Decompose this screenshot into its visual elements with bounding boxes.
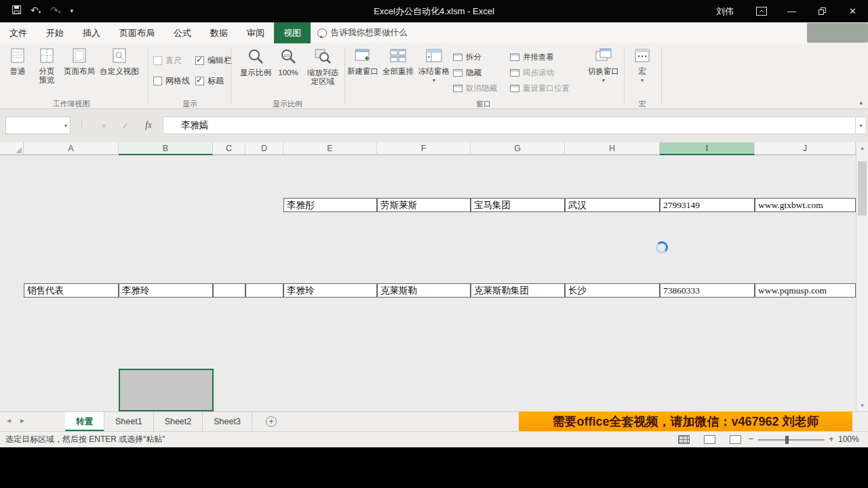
sheet-tab-Sheet3[interactable]: Sheet3 <box>203 412 252 431</box>
macros-button[interactable]: 宏 ▾ <box>628 47 656 98</box>
cell-E2077[interactable]: 李雅彤 <box>283 198 377 212</box>
cell-F2077[interactable]: 劳斯莱斯 <box>377 198 471 212</box>
zoom-level[interactable]: 100% <box>838 432 859 447</box>
cell-J2077[interactable]: www.gtxbwt.com <box>755 198 856 212</box>
zoom-in-icon[interactable]: + <box>829 434 834 444</box>
cell-G2083[interactable]: 克莱斯勒集团 <box>471 283 565 298</box>
ribbon-tab-页面布局[interactable]: 页面布局 <box>110 22 164 43</box>
ribbon-display-options-icon[interactable] <box>746 0 776 22</box>
cell-H2077[interactable]: 武汉 <box>565 198 660 212</box>
cell-H2083[interactable]: 长沙 <box>565 283 660 298</box>
button-label: 自定义视图 <box>100 67 139 76</box>
zoom-slider-thumb[interactable] <box>785 436 789 444</box>
tell-me-box[interactable]: 告诉我你想要做什么 <box>317 22 408 43</box>
column-header-I[interactable]: I <box>660 142 755 155</box>
normal-view-toggle-icon[interactable] <box>678 435 690 444</box>
new-window-button[interactable]: 新建窗口 <box>347 47 378 98</box>
scroll-up-icon[interactable]: ▲ <box>856 142 868 153</box>
formula-bar-handle[interactable]: ⋮ <box>77 119 86 129</box>
column-header-A[interactable]: A <box>24 142 119 155</box>
scroll-down-icon[interactable]: ▼ <box>856 400 868 411</box>
cell-F2083[interactable]: 克莱斯勒 <box>377 283 471 298</box>
gridlines-checkbox[interactable]: 网格线 <box>153 75 190 87</box>
maximize-restore-button[interactable] <box>807 0 837 22</box>
cell-G2077[interactable]: 宝马集团 <box>471 198 565 212</box>
sheet-tab-Sheet1[interactable]: Sheet1 <box>104 412 154 431</box>
ribbon-tab-公式[interactable]: 公式 <box>164 22 201 43</box>
new-sheet-button[interactable]: + <box>266 416 277 427</box>
formula-bar-checkbox[interactable]: 编辑栏 <box>195 55 232 66</box>
sheet-nav-right-icon[interactable]: ► <box>19 417 26 424</box>
cell-E2083[interactable]: 李雅玲 <box>283 283 377 298</box>
column-header-E[interactable]: E <box>283 142 377 155</box>
page-layout-button[interactable]: 页面布局 <box>62 47 96 98</box>
collapse-ribbon-icon[interactable]: ▴ <box>859 99 863 106</box>
user-name[interactable]: 刘伟 <box>704 5 746 18</box>
column-header-H[interactable]: H <box>565 142 660 155</box>
checkbox-icon <box>153 77 162 85</box>
cancel-entry-icon[interactable]: × <box>94 117 114 134</box>
confirm-entry-icon[interactable]: ✓ <box>115 117 136 134</box>
sheet-tab-Sheet2[interactable]: Sheet2 <box>154 412 203 431</box>
page-break-toggle-icon[interactable] <box>730 435 741 444</box>
column-header-B[interactable]: B <box>119 142 213 155</box>
insert-function-icon[interactable]: fx <box>138 117 159 134</box>
view-side-by-side-button[interactable]: 并排查看 <box>510 50 554 64</box>
ribbon-tab-数据[interactable]: 数据 <box>201 22 237 43</box>
scrollbar-thumb[interactable] <box>858 161 867 216</box>
hide-button[interactable]: 隐藏 <box>453 66 481 79</box>
arrange-all-button[interactable]: 全部重排 <box>381 47 415 98</box>
cell-B2083[interactable]: 李雅玲 <box>119 283 213 298</box>
cell-I2083[interactable]: 73860333 <box>660 283 755 298</box>
cell-A2083[interactable]: 销售代表 <box>24 283 119 298</box>
cell-D2083[interactable] <box>245 283 283 298</box>
column-header-F[interactable]: F <box>377 142 471 155</box>
cell-C2083[interactable] <box>213 283 245 298</box>
synchronous-scrolling-button[interactable]: 同步滚动 <box>510 66 554 79</box>
close-button[interactable]: ✕ <box>837 0 868 22</box>
custom-views-button[interactable]: 自定义视图 <box>98 47 141 98</box>
cell-I2077[interactable]: 27993149 <box>660 198 755 212</box>
sheet-tabs: 转置Sheet1Sheet2Sheet3 <box>65 412 252 431</box>
reset-window-position-button[interactable]: 重设窗口位置 <box>510 81 570 95</box>
name-box-dropdown-icon[interactable]: ▾ <box>64 123 67 129</box>
page-layout-toggle-icon[interactable] <box>704 435 715 444</box>
sheet-tab-转置[interactable]: 转置 <box>65 412 104 431</box>
unhide-button[interactable]: 取消隐藏 <box>453 81 497 95</box>
minimize-button[interactable]: — <box>776 0 807 22</box>
column-header-D[interactable]: D <box>245 142 283 155</box>
ribbon-tab-文件[interactable]: 文件 <box>0 22 37 43</box>
button-label: 拆分 <box>466 52 481 62</box>
cell-J2083[interactable]: www.pqmusp.com <box>755 283 856 298</box>
select-all-corner[interactable] <box>0 142 24 155</box>
zoom-button[interactable]: 显示比例 <box>239 47 273 98</box>
ruler-checkbox[interactable]: 直尺 <box>153 55 182 66</box>
freeze-panes-button[interactable]: 冻结窗格 ▾ <box>416 47 452 98</box>
column-header-C[interactable]: C <box>213 142 245 155</box>
sheet-nav-left-icon[interactable]: ◄ <box>5 417 12 424</box>
normal-view-button[interactable]: 普通 <box>4 47 31 98</box>
headings-checkbox[interactable]: 标题 <box>195 75 224 87</box>
checkbox-label: 网格线 <box>165 75 190 87</box>
group-label-show: 显示 <box>173 99 207 109</box>
ribbon-tab-插入[interactable]: 插入 <box>73 22 110 43</box>
zoom-100-button[interactable]: 100 100% <box>274 47 302 98</box>
paste-target-selection[interactable] <box>119 369 214 411</box>
button-label: 切换窗口 <box>588 67 619 76</box>
page-break-preview-button[interactable]: 分页预览 <box>33 47 61 98</box>
column-header-J[interactable]: J <box>755 142 856 155</box>
ribbon-tab-视图[interactable]: 视图 <box>274 22 311 43</box>
column-header-G[interactable]: G <box>471 142 565 155</box>
name-box[interactable]: ▾ <box>5 117 71 134</box>
zoom-slider-track[interactable] <box>758 439 825 441</box>
formula-input[interactable]: 李雅嫣 <box>163 117 856 134</box>
switch-windows-button[interactable]: 切换窗口 ▾ <box>585 47 623 98</box>
ribbon-tab-审阅[interactable]: 审阅 <box>237 22 274 43</box>
zoom-to-selection-button[interactable]: 缩放到选定区域 <box>304 47 342 98</box>
expand-formula-bar-icon[interactable]: ▾ <box>856 117 867 134</box>
zoom-out-icon[interactable]: − <box>749 434 754 444</box>
button-label: 全部重排 <box>382 67 414 76</box>
split-button[interactable]: 拆分 <box>453 50 481 64</box>
vertical-scrollbar[interactable]: ▲ ▼ <box>856 142 868 411</box>
ribbon-tab-开始[interactable]: 开始 <box>37 22 73 43</box>
